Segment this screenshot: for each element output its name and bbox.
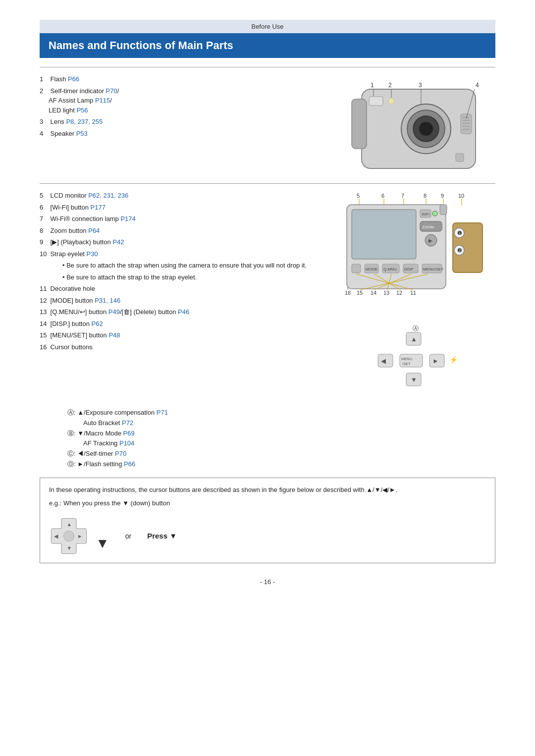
or-label: or <box>125 531 131 541</box>
press-label: Press ▼ <box>147 530 177 542</box>
down-arrow-indicator: ▼ <box>96 533 109 555</box>
section-header: Names and Functions of Main Parts <box>40 33 495 58</box>
svg-text:WiFi: WiFi <box>422 212 429 216</box>
svg-text:⚡: ⚡ <box>449 356 458 364</box>
list-item: 1 Flash P66 <box>40 74 327 84</box>
svg-text:7: 7 <box>401 193 404 199</box>
svg-text:▼: ▼ <box>67 545 72 551</box>
svg-text:▶: ▶ <box>428 238 432 243</box>
svg-text:►: ► <box>432 357 439 365</box>
svg-text:MENU/SET: MENU/SET <box>423 267 443 271</box>
list-item-bullet: • Be sure to attach the strap when using… <box>62 261 332 270</box>
svg-text:MODE: MODE <box>366 267 377 271</box>
cursor-item-b: Ⓑ: ▼/Macro Mode P69 <box>54 429 495 439</box>
svg-point-96 <box>63 531 74 541</box>
back-camera-illustration: 5 6 7 8 9 10 WiFi <box>342 191 495 403</box>
press-bold-label: Press ▼ <box>147 532 177 540</box>
note-illustration-row: ▲ ▼ ◀ ► ▼ or Press ▼ <box>49 516 486 556</box>
cursor-item-a: Ⓐ: ▲/Exposure compensation P71 <box>54 408 495 418</box>
svg-text:9: 9 <box>441 193 444 199</box>
list-item: 8 Zoom button P64 <box>40 226 332 236</box>
list-item: 2 Self-timer indicator P70/ AF Assist La… <box>40 86 327 115</box>
list-item: 16 Cursor buttons <box>40 342 332 352</box>
front-camera-illustration: 1 2 3 4 <box>337 74 495 178</box>
svg-rect-1 <box>352 99 367 149</box>
svg-text:MENU: MENU <box>401 357 412 361</box>
list-item: 14 [DISP.] button P62 <box>40 319 332 329</box>
svg-point-39 <box>432 211 437 216</box>
back-camera-svg: 5 6 7 8 9 10 WiFi <box>342 191 495 320</box>
svg-text:1: 1 <box>371 82 374 89</box>
svg-text:11: 11 <box>410 290 416 296</box>
svg-text:►: ► <box>77 534 83 540</box>
list-item: 7 Wi-Fi® connection lamp P174 <box>40 214 332 224</box>
svg-text:DISP: DISP <box>404 267 414 271</box>
svg-rect-45 <box>352 264 361 273</box>
list-item: 9 [▶] (Playback) button P42 <box>40 237 332 247</box>
svg-text:10: 10 <box>458 193 464 199</box>
svg-rect-22 <box>456 154 464 162</box>
svg-text:▲: ▲ <box>67 522 72 528</box>
svg-text:ZOOM: ZOOM <box>422 225 434 229</box>
svg-text:16: 16 <box>345 290 351 296</box>
list-item: 5 LCD monitor P62, 231, 236 <box>40 191 332 201</box>
svg-text:/SET: /SET <box>402 362 411 366</box>
svg-text:❶: ❶ <box>457 230 462 236</box>
divider-top <box>40 67 495 67</box>
back-parts-list: 5 LCD monitor P62, 231, 236 6 [Wi-Fi] bu… <box>40 191 332 354</box>
page: Before Use Names and Functions of Main P… <box>0 0 535 756</box>
cursor-item-a2: Auto Bracket P72 <box>54 418 495 429</box>
list-item: 6 [Wi-Fi] button P177 <box>40 203 332 213</box>
cursor-diagram-svg: Ⓐ ▲ Ⓒ ◀ MENU /SET Ⓓ ► Ⓑ ▼ <box>369 324 468 403</box>
note-box: In these operating instructions, the cur… <box>40 478 495 564</box>
svg-text:3: 3 <box>419 82 422 89</box>
cursor-item-d: Ⓓ: ►/Flash setting P66 <box>54 459 495 470</box>
svg-rect-36 <box>352 210 416 259</box>
svg-point-7 <box>388 98 394 104</box>
note-text1: In these operating instructions, the cur… <box>49 485 486 495</box>
svg-point-5 <box>419 122 433 136</box>
divider-mid <box>40 183 495 184</box>
list-item-bullet: • Be sure to attach the strap to the str… <box>62 272 332 282</box>
svg-text:8: 8 <box>424 193 427 199</box>
list-item: 4 Speaker P53 <box>40 129 327 139</box>
before-use-bar: Before Use <box>40 20 495 33</box>
svg-rect-44 <box>440 205 447 215</box>
list-item: 13 [Q.MENU/↩] button P49/[🗑] (Delete) bu… <box>40 307 332 317</box>
svg-text:◀: ◀ <box>381 357 386 365</box>
front-camera-svg: 1 2 3 4 <box>342 74 490 178</box>
svg-text:4: 4 <box>476 82 479 89</box>
svg-text:Ⓐ: Ⓐ <box>413 325 419 332</box>
svg-text:2: 2 <box>388 82 392 89</box>
svg-text:15: 15 <box>357 290 363 296</box>
svg-text:▼: ▼ <box>411 376 417 383</box>
page-number: - 16 - <box>40 578 495 586</box>
dpad-illustration: ▲ ▼ ◀ ► <box>49 516 89 556</box>
cursor-buttons-section: Ⓐ: ▲/Exposure compensation P71 Auto Brac… <box>54 408 495 470</box>
svg-rect-8 <box>461 114 472 134</box>
svg-text:▲: ▲ <box>411 335 417 343</box>
list-item: 11 Decorative hole <box>40 284 332 294</box>
before-use-label: Before Use <box>251 23 283 30</box>
front-parts-section: 1 Flash P66 2 Self-timer indicator P70/ … <box>40 74 495 178</box>
back-parts-section: 5 LCD monitor P62, 231, 236 6 [Wi-Fi] bu… <box>40 191 495 403</box>
list-item: 15 [MENU/SET] button P48 <box>40 330 332 340</box>
cursor-item-c: Ⓒ: ◀/Self-timer P70 <box>54 449 495 459</box>
note-text2: e.g.: When you press the ▼ (down) button <box>49 498 486 509</box>
list-item: 12 [MODE] button P31, 146 <box>40 296 332 306</box>
svg-text:Q.MNU: Q.MNU <box>383 267 397 271</box>
svg-text:12: 12 <box>396 290 402 296</box>
svg-text:❷: ❷ <box>457 247 462 253</box>
svg-text:5: 5 <box>357 193 360 199</box>
svg-text:◀: ◀ <box>54 534 58 540</box>
svg-text:13: 13 <box>383 290 389 296</box>
list-item: 10 Strap eyelet P30 <box>40 249 332 259</box>
section-title: Names and Functions of Main Parts <box>49 39 233 52</box>
list-item: 3 Lens P8, 237, 255 <box>40 117 327 127</box>
front-parts-list: 1 Flash P66 2 Self-timer indicator P70/ … <box>40 74 327 140</box>
svg-text:6: 6 <box>381 193 384 199</box>
svg-rect-6 <box>369 97 383 106</box>
svg-text:14: 14 <box>371 290 376 296</box>
cursor-item-b2: AF Tracking P104 <box>54 438 495 449</box>
